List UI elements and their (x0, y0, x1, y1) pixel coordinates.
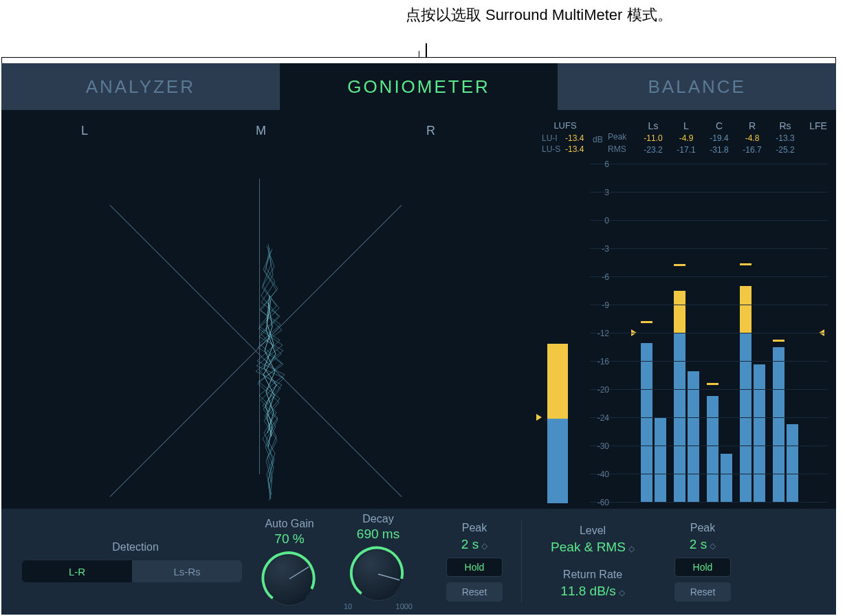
lufs-title: LUFS (542, 120, 589, 131)
gonio-trace (221, 241, 318, 502)
scale-tick: -12 (589, 329, 609, 338)
lus-label: LU-S (542, 144, 561, 154)
grid-line (590, 305, 828, 305)
peak2-reset-button[interactable]: Reset (674, 582, 731, 602)
lufs-readout: LUFS LU-I-13.4 LU-S-13.4 (542, 120, 589, 155)
grid-line (590, 192, 828, 192)
scale-tick: 3 (589, 188, 609, 197)
channel-values: -11.0-4.9-19.4-4.8-13.3 -23.2-17.1-31.8-… (637, 133, 835, 157)
level-section: Level Peak & RMS◇ Return Rate 11.8 dB/s◇ (534, 525, 651, 599)
auto-gain-label: Auto Gain (263, 518, 316, 530)
peak-value: -4.9 (670, 133, 703, 143)
gonio-right-label: R (426, 124, 435, 138)
controls-panel: Detection L-R Ls-Rs Auto Gain 70 % Decay… (1, 509, 836, 615)
detection-segmented: L-R Ls-Rs (22, 560, 242, 582)
decay-section: Decay 690 ms 101000 (344, 513, 413, 610)
grid-line (590, 220, 828, 221)
channel-header-c: C (703, 120, 736, 131)
peak2-value[interactable]: 2 s◇ (668, 537, 737, 552)
annotation-text: 点按以选取 Surround MultiMeter 模式。 (406, 6, 672, 25)
scale-tick: 0 (589, 216, 609, 226)
grid-line (590, 333, 828, 333)
goniometer-display[interactable]: L M R (1, 110, 534, 509)
scale-tick: -30 (589, 441, 609, 451)
peak-value: -4.8 (736, 133, 769, 143)
peak-value: -13.3 (769, 133, 802, 143)
rms-value: -16.7 (736, 145, 769, 155)
chevron-icon: ◇ (481, 541, 487, 551)
scale-tick: 6 (589, 160, 609, 169)
scale-tick: -9 (589, 300, 609, 310)
peak2-hold-button[interactable]: Hold (674, 558, 731, 577)
auto-gain-value[interactable]: 70 % (263, 531, 316, 547)
decay-label: Decay (344, 513, 413, 525)
callout-line (426, 43, 427, 57)
auto-gain-knob[interactable] (263, 552, 316, 606)
return-rate-label: Return Rate (534, 569, 651, 581)
grid-line (590, 248, 828, 249)
rms-value (802, 145, 835, 155)
peak2-section: Peak 2 s◇ Hold Reset (668, 522, 737, 602)
peak-value[interactable]: 2 s◇ (440, 537, 509, 552)
chevron-icon: ◇ (619, 588, 625, 597)
tab-balance[interactable]: BALANCE (558, 63, 836, 110)
grid-line (590, 446, 828, 446)
channel-header-ls: Ls (637, 120, 670, 131)
rms-value: -31.8 (703, 145, 736, 155)
grid-line (590, 417, 828, 418)
detection-lr-button[interactable]: L-R (22, 560, 132, 582)
svg-line-1 (378, 574, 399, 580)
scale-tick: -60 (589, 498, 609, 507)
detection-lsrs-button[interactable]: Ls-Rs (132, 560, 242, 582)
decay-max: 1000 (396, 602, 413, 610)
scale-tick: -6 (589, 272, 609, 282)
rms-value: -23.2 (637, 145, 670, 155)
peak-value (802, 133, 835, 143)
gonio-mid-label: M (256, 124, 266, 138)
decay-knob[interactable] (351, 547, 405, 601)
level-meters[interactable]: LUFS LU-I-13.4 LU-S-13.4 dB Peak RMS LsL… (534, 110, 836, 509)
scale-tick: -24 (589, 413, 609, 423)
svg-line-0 (289, 566, 309, 579)
peak-value: -11.0 (637, 133, 670, 143)
lus-value: -13.4 (565, 144, 584, 154)
channel-header-l: L (670, 120, 703, 131)
divider (521, 520, 522, 603)
auto-gain-section: Auto Gain 70 % (263, 518, 316, 606)
grid-line (590, 389, 828, 390)
grid-line (590, 164, 828, 164)
grid-line (590, 474, 828, 474)
peak-label: Peak (440, 522, 509, 534)
return-rate-value[interactable]: 11.8 dB/s◇ (534, 584, 651, 599)
tab-goniometer[interactable]: GONIOMETER (280, 63, 558, 110)
gonio-left-label: L (81, 124, 88, 138)
rms-value: -17.1 (670, 145, 703, 155)
grid-line (590, 502, 828, 503)
scale-tick: -16 (589, 357, 609, 366)
channel-header-r: R (736, 120, 769, 131)
channel-header-lfe: LFE (802, 120, 835, 131)
peak-rms-labels: Peak RMS (608, 132, 626, 157)
lufs-indicator-icon (536, 414, 542, 421)
peak-reset-button[interactable]: Reset (446, 582, 503, 602)
lui-value: -13.4 (565, 133, 584, 143)
tab-analyzer[interactable]: ANALYZER (1, 63, 280, 110)
channel-headers: LsLCRRsLFE (637, 120, 835, 131)
decay-value[interactable]: 690 ms (344, 527, 413, 542)
db-label: dB (593, 135, 603, 144)
level-label: Level (534, 525, 651, 537)
detection-section: Detection L-R Ls-Rs (22, 541, 249, 582)
channel-header-rs: Rs (769, 120, 802, 131)
level-value[interactable]: Peak & RMS◇ (534, 540, 651, 555)
lufs-bar (547, 165, 568, 503)
lui-label: LU-I (542, 133, 561, 143)
meter-grid: 630-3-6-9-12-16-20-24-30-40-60 (535, 164, 828, 503)
peak2-label: Peak (668, 522, 737, 534)
scale-tick: -3 (589, 244, 609, 254)
scale-tick: -40 (589, 470, 609, 479)
decay-min: 10 (344, 602, 352, 610)
peak-value: -19.4 (703, 133, 736, 143)
peak-section: Peak 2 s◇ Hold Reset (440, 522, 509, 602)
peak-hold-button[interactable]: Hold (446, 558, 503, 577)
grid-line (590, 361, 828, 362)
